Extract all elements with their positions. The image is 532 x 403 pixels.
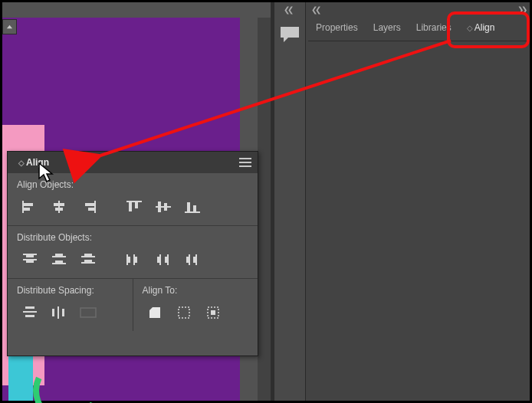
- svg-rect-3: [58, 201, 60, 213]
- distribute-objects-row: [8, 246, 258, 278]
- svg-rect-10: [129, 202, 132, 211]
- horizontal-align-center-button[interactable]: [44, 195, 74, 219]
- section-label-align-objects: Align Objects:: [8, 173, 258, 193]
- svg-rect-15: [185, 211, 200, 213]
- svg-rect-7: [85, 203, 94, 206]
- svg-rect-22: [55, 254, 63, 256]
- align-to-selection-button[interactable]: [170, 300, 199, 325]
- horizontal-align-left-button[interactable]: [15, 195, 44, 219]
- svg-rect-30: [126, 254, 128, 265]
- svg-rect-26: [84, 254, 92, 256]
- svg-rect-46: [57, 306, 59, 319]
- svg-rect-9: [126, 201, 142, 202]
- scroll-up-button[interactable]: [2, 19, 17, 34]
- tab-properties[interactable]: Properties: [308, 18, 366, 38]
- vertical-distribute-bottom-button[interactable]: [74, 247, 103, 272]
- svg-rect-0: [22, 201, 24, 213]
- svg-rect-23: [52, 256, 66, 257]
- svg-rect-14: [164, 203, 167, 211]
- horizontal-distribute-right-button[interactable]: [178, 247, 207, 272]
- collapse-chevron-icon[interactable]: ❮❮: [284, 5, 291, 14]
- spacing-value-field: [74, 300, 103, 325]
- app-root: ❮❮ ❮❮ Properties Layers Libraries ◇Align…: [0, 0, 532, 403]
- svg-rect-47: [62, 309, 64, 316]
- svg-rect-28: [84, 260, 92, 262]
- svg-rect-11: [135, 202, 138, 208]
- svg-rect-24: [55, 260, 63, 263]
- svg-rect-13: [158, 202, 161, 212]
- svg-rect-40: [193, 257, 195, 263]
- dock-panel-group: ❮❮ ❮❮ Properties Layers Libraries ◇Align…: [274, 2, 530, 401]
- svg-rect-16: [187, 202, 190, 211]
- align-panel-header[interactable]: ◇Align: [8, 152, 258, 173]
- svg-rect-32: [133, 254, 135, 265]
- svg-rect-49: [149, 307, 160, 318]
- svg-rect-21: [26, 260, 34, 263]
- svg-rect-1: [24, 203, 33, 206]
- vertical-distribute-top-button[interactable]: [15, 247, 44, 272]
- svg-rect-20: [23, 259, 37, 260]
- horizontal-distribute-space-button[interactable]: [44, 300, 74, 325]
- horizontal-distribute-left-button[interactable]: [120, 247, 149, 272]
- vertical-align-top-button[interactable]: [120, 195, 149, 219]
- section-label-distribute-spacing: Distribute Spacing:: [8, 279, 133, 299]
- svg-rect-36: [165, 257, 167, 263]
- link-icon: ◇: [467, 24, 473, 32]
- align-to-row: [133, 299, 258, 331]
- dock-icon-strip: ❮❮: [274, 2, 306, 401]
- svg-rect-17: [193, 205, 196, 211]
- tab-align-label: Align: [475, 22, 495, 33]
- svg-rect-45: [52, 309, 54, 316]
- tab-align[interactable]: ◇Align: [459, 18, 503, 38]
- svg-rect-2: [24, 208, 30, 211]
- section-label-distribute-objects: Distribute Objects:: [8, 226, 258, 246]
- svg-rect-35: [159, 254, 161, 265]
- vertical-scrollbar[interactable]: [258, 18, 271, 401]
- tab-libraries[interactable]: Libraries: [409, 18, 459, 38]
- svg-rect-4: [54, 203, 64, 206]
- align-panel-tab-label: Align: [26, 157, 49, 168]
- svg-rect-31: [128, 257, 130, 263]
- panel-body: [308, 41, 527, 401]
- align-to-key-object-button[interactable]: [199, 300, 228, 325]
- svg-rect-41: [195, 254, 197, 265]
- svg-rect-27: [81, 256, 95, 257]
- svg-rect-33: [135, 257, 137, 263]
- svg-rect-50: [179, 307, 189, 318]
- expand-chevron-icon[interactable]: ❯❯: [517, 5, 525, 14]
- svg-rect-19: [26, 255, 34, 257]
- collapse-chevron-icon[interactable]: ❮❮: [311, 5, 319, 14]
- align-to-artboard-button[interactable]: [141, 300, 170, 325]
- svg-rect-48: [80, 308, 96, 317]
- align-objects-row: [8, 193, 258, 225]
- svg-rect-18: [23, 254, 37, 255]
- align-panel[interactable]: ◇Align Align Objects: Distribute Objects…: [7, 151, 258, 356]
- comments-panel-icon[interactable]: [279, 25, 300, 44]
- svg-rect-42: [25, 306, 34, 309]
- svg-rect-5: [55, 208, 63, 211]
- tab-layers[interactable]: Layers: [366, 18, 409, 38]
- svg-rect-43: [23, 311, 37, 313]
- svg-rect-29: [81, 262, 95, 264]
- svg-rect-8: [88, 208, 94, 211]
- svg-rect-6: [94, 201, 96, 213]
- vertical-align-center-button[interactable]: [149, 195, 178, 219]
- svg-rect-39: [189, 254, 190, 265]
- svg-rect-44: [25, 315, 34, 317]
- horizontal-align-right-button[interactable]: [74, 195, 103, 219]
- vertical-align-bottom-button[interactable]: [178, 195, 207, 219]
- panel-menu-icon[interactable]: [239, 158, 251, 167]
- svg-rect-52: [211, 310, 215, 315]
- distribute-spacing-row: [8, 299, 133, 331]
- svg-rect-38: [186, 257, 189, 263]
- horizontal-distribute-center-button[interactable]: [149, 247, 178, 272]
- link-icon: ◇: [18, 159, 25, 167]
- panel-tabbar: Properties Layers Libraries ◇Align: [308, 16, 527, 39]
- svg-rect-25: [52, 263, 66, 264]
- align-panel-tab[interactable]: ◇Align: [14, 154, 54, 171]
- svg-rect-34: [157, 257, 159, 263]
- section-label-align-to: Align To:: [133, 279, 258, 299]
- vertical-distribute-center-button[interactable]: [44, 247, 74, 272]
- vertical-distribute-space-button[interactable]: [15, 300, 44, 325]
- svg-rect-37: [167, 254, 169, 265]
